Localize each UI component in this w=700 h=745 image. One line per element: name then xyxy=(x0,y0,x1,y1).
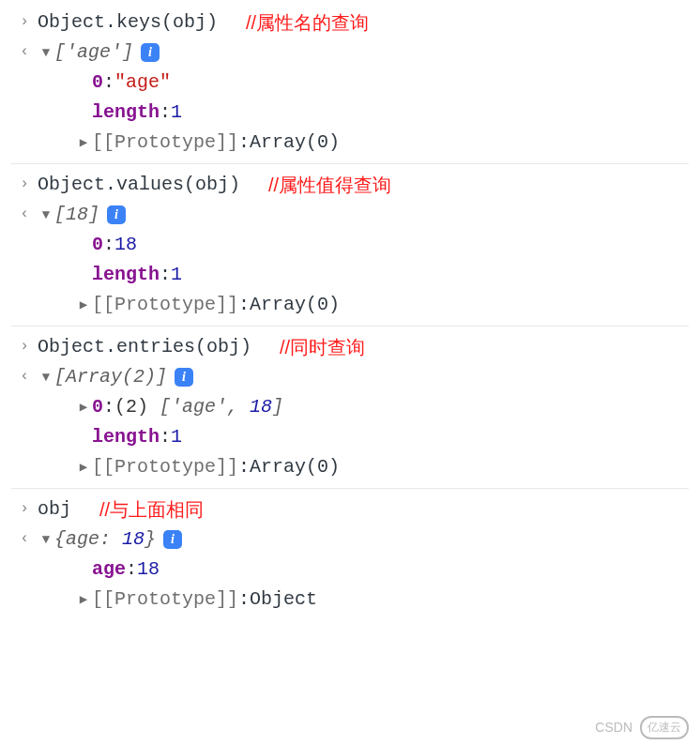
input-marker-icon: › xyxy=(11,173,38,197)
annotation-comment: //属性值得查询 xyxy=(268,170,391,200)
colon: : xyxy=(126,555,137,585)
property-key: length xyxy=(92,260,160,290)
property-value: 1 xyxy=(171,260,182,290)
property-key: length xyxy=(92,422,160,452)
console-input: Object.keys(obj) xyxy=(38,8,218,38)
prototype-value: Array(0) xyxy=(250,128,340,158)
console-input: Object.values(obj) xyxy=(38,170,240,200)
colon: : xyxy=(238,128,250,158)
output-summary: ['age'] xyxy=(54,38,133,68)
property-value: "age" xyxy=(114,68,171,98)
expand-toggle-icon[interactable]: ▶ xyxy=(75,457,92,478)
property-row[interactable]: age: 18 xyxy=(75,555,689,585)
annotation-comment: //与上面相同 xyxy=(99,494,204,525)
property-value: 18 xyxy=(114,230,137,260)
annotation-comment: //属性名的查询 xyxy=(246,8,369,38)
expand-toggle-icon[interactable]: ▼ xyxy=(38,42,54,63)
property-row[interactable]: 0: 18 xyxy=(75,230,689,260)
input-marker-icon: › xyxy=(11,497,38,522)
colon: : xyxy=(160,422,171,452)
console-input-line[interactable]: ›obj//与上面相同 xyxy=(11,494,689,525)
input-marker-icon: › xyxy=(11,335,38,359)
output-summary: {age: 18} xyxy=(54,525,156,555)
console-output-line[interactable]: ‹▼[18]i xyxy=(11,200,689,230)
info-icon[interactable]: i xyxy=(175,368,193,387)
property-row[interactable]: ▶[[Prototype]]: Object xyxy=(75,585,689,615)
colon: : xyxy=(238,290,250,320)
colon: : xyxy=(103,230,114,260)
output-summary: [Array(2)] xyxy=(54,362,167,392)
expand-toggle-icon[interactable]: ▼ xyxy=(38,367,54,388)
prototype-value: Array(0) xyxy=(250,290,340,320)
property-row[interactable]: ▶[[Prototype]]: Array(0) xyxy=(75,290,689,320)
property-value: 18 xyxy=(137,555,160,585)
output-marker-icon: ‹ xyxy=(11,203,38,227)
property-row[interactable]: 0: "age" xyxy=(75,68,689,98)
property-value: (2) ['age', 18] xyxy=(114,392,283,422)
console-output-line[interactable]: ‹▼['age']i xyxy=(11,38,689,68)
expand-toggle-icon[interactable]: ▶ xyxy=(75,132,92,153)
property-key: length xyxy=(92,98,160,128)
console-input-line[interactable]: ›Object.values(obj)//属性值得查询 xyxy=(11,170,689,200)
prototype-label: [[Prototype]] xyxy=(92,452,238,482)
expand-toggle-icon[interactable]: ▼ xyxy=(38,205,54,225)
property-row[interactable]: length: 1 xyxy=(75,260,689,290)
colon: : xyxy=(103,392,114,422)
property-key: 0 xyxy=(92,392,103,422)
info-icon[interactable]: i xyxy=(107,205,126,224)
annotation-comment: //同时查询 xyxy=(280,332,365,362)
console-input-line[interactable]: ›Object.entries(obj)//同时查询 xyxy=(11,332,689,362)
output-marker-icon: ‹ xyxy=(11,40,38,65)
property-row[interactable]: ▶[[Prototype]]: Array(0) xyxy=(75,452,689,482)
input-marker-icon: › xyxy=(11,10,38,35)
output-marker-icon: ‹ xyxy=(11,527,38,552)
expand-toggle-icon[interactable]: ▶ xyxy=(75,295,92,315)
output-summary: [18] xyxy=(54,200,99,230)
colon: : xyxy=(238,452,250,482)
console-output-line[interactable]: ‹▼[Array(2)]i xyxy=(11,362,689,392)
property-value: 1 xyxy=(171,98,182,128)
colon: : xyxy=(238,585,250,615)
console-block: ›obj//与上面相同‹▼{age: 18}iage: 18▶[[Prototy… xyxy=(11,488,689,615)
info-icon[interactable]: i xyxy=(141,43,160,62)
property-row[interactable]: length: 1 xyxy=(75,422,689,452)
prototype-label: [[Prototype]] xyxy=(92,290,238,320)
property-row[interactable]: ▶[[Prototype]]: Array(0) xyxy=(75,128,689,158)
output-marker-icon: ‹ xyxy=(11,365,38,389)
colon: : xyxy=(160,98,171,128)
prototype-value: Object xyxy=(250,585,317,615)
info-icon[interactable]: i xyxy=(163,530,182,549)
console-block: ›Object.entries(obj)//同时查询‹▼[Array(2)]i▶… xyxy=(11,326,689,482)
expand-toggle-icon[interactable]: ▼ xyxy=(38,529,54,550)
prototype-value: Array(0) xyxy=(250,452,340,482)
expand-toggle-icon[interactable]: ▶ xyxy=(75,589,92,610)
expand-toggle-icon[interactable]: ▶ xyxy=(75,397,92,418)
console-input-line[interactable]: ›Object.keys(obj)//属性名的查询 xyxy=(11,8,689,38)
property-key: 0 xyxy=(92,68,103,98)
console-input: Object.entries(obj) xyxy=(38,332,251,362)
colon: : xyxy=(103,68,114,98)
console-output-line[interactable]: ‹▼{age: 18}i xyxy=(11,525,689,555)
property-row[interactable]: length: 1 xyxy=(75,98,689,128)
colon: : xyxy=(160,260,171,290)
property-row[interactable]: ▶0: (2) ['age', 18] xyxy=(75,392,689,422)
property-key: 0 xyxy=(92,230,103,260)
console-input: obj xyxy=(38,494,71,525)
property-key: age xyxy=(92,555,126,585)
console-block: ›Object.values(obj)//属性值得查询‹▼[18]i0: 18l… xyxy=(11,163,689,320)
console-block: ›Object.keys(obj)//属性名的查询‹▼['age']i0: "a… xyxy=(11,8,689,158)
prototype-label: [[Prototype]] xyxy=(92,128,238,158)
prototype-label: [[Prototype]] xyxy=(92,585,238,615)
property-value: 1 xyxy=(171,422,182,452)
